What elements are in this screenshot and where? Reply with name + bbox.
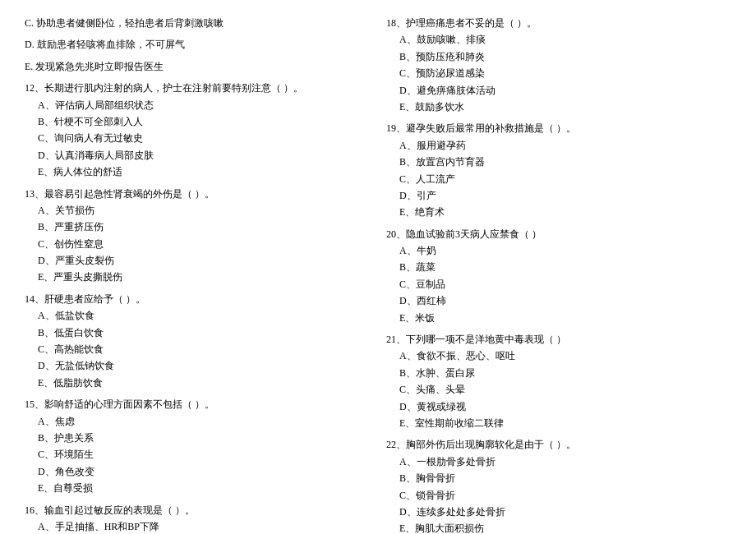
question-option: B、针梗不可全部刺入人	[25, 113, 370, 130]
question-option: D、引产	[386, 187, 731, 204]
question-block: C. 协助患者健侧卧位，轻拍患者后背刺激咳嗽	[25, 15, 370, 31]
question-option: B、护患关系	[25, 430, 370, 446]
question-option: D、连续多处处多处骨折	[386, 504, 731, 520]
question-option: D、西红柿	[386, 292, 731, 309]
question-option: C、创伤性窒息	[25, 236, 370, 252]
question-option: C、询问病人有无过敏史	[25, 130, 370, 146]
question-title: D. 鼓励患者轻咳将血排除，不可屏气	[25, 36, 370, 53]
question-title: 18、护理癌痛患者不妥的是（ ）。	[386, 15, 731, 31]
question-option: A、牛奶	[386, 242, 731, 259]
question-option: C、人工流产	[386, 171, 731, 187]
question-option: C、豆制品	[386, 276, 731, 292]
question-option: B、预防压疮和肺炎	[386, 48, 731, 65]
question-option: E、绝育术	[386, 204, 731, 220]
question-option: D、黄视或绿视	[386, 398, 731, 415]
question-option: C、锁骨骨折	[386, 487, 731, 504]
question-option: E、自尊受损	[25, 480, 370, 496]
question-block: 19、避孕失败后最常用的补救措施是（ ）。A、服用避孕药B、放置宫内节育器C、人…	[386, 120, 731, 220]
question-block: 20、隐血试验前3天病人应禁食（ ）A、牛奶B、蔬菜C、豆制品D、西红柿E、米饭	[386, 226, 731, 326]
left-column: C. 协助患者健侧卧位，轻拍患者后背刺激咳嗽D. 鼓励患者轻咳将血排除，不可屏气…	[25, 15, 378, 534]
question-option: A、手足抽搐、HR和BP下降	[25, 518, 370, 534]
right-column: 18、护理癌痛患者不妥的是（ ）。A、鼓励咳嗽、排痰B、预防压疮和肺炎C、预防泌…	[378, 15, 731, 534]
question-option: D、角色改变	[25, 463, 370, 480]
question-option: D、认真消毒病人局部皮肤	[25, 147, 370, 163]
question-title: 14、肝硬患者应给予（ ）。	[25, 291, 370, 307]
question-option: B、放置宫内节育器	[386, 154, 731, 170]
question-option: E、病人体位的舒适	[25, 163, 370, 180]
question-block: 14、肝硬患者应给予（ ）。A、低盐饮食B、低蛋白饮食C、高热能饮食D、无盐低钠…	[25, 291, 370, 391]
question-title: E. 发现紧急先兆时立即报告医生	[25, 58, 370, 75]
question-option: E、米饭	[386, 310, 731, 326]
question-option: A、关节损伤	[25, 202, 370, 219]
question-option: B、蔬菜	[386, 259, 731, 275]
question-title: 13、最容易引起急性肾衰竭的外伤是（ ）。	[25, 186, 370, 202]
question-block: 15、影响舒适的心理方面因素不包括（ ）。A、焦虑B、护患关系C、环境陌生D、角…	[25, 396, 370, 496]
question-title: 22、胸部外伤后出现胸廓软化是由于（ ）。	[386, 436, 731, 453]
question-option: E、胸肌大面积损伤	[386, 520, 731, 534]
question-block: 13、最容易引起急性肾衰竭的外伤是（ ）。A、关节损伤B、严重挤压伤C、创伤性窒…	[25, 186, 370, 286]
question-block: D. 鼓励患者轻咳将血排除，不可屏气	[25, 36, 370, 53]
question-option: A、焦虑	[25, 413, 370, 430]
question-option: E、低脂肪饮食	[25, 375, 370, 391]
question-option: C、预防泌尿道感染	[386, 65, 731, 81]
question-option: A、食欲不振、恶心、呕吐	[386, 348, 731, 364]
question-option: C、高热能饮食	[25, 341, 370, 357]
question-title: 21、下列哪一项不是洋地黄中毒表现（ ）	[386, 331, 731, 348]
question-option: B、低蛋白饮食	[25, 325, 370, 341]
question-block: 18、护理癌痛患者不妥的是（ ）。A、鼓励咳嗽、排痰B、预防压疮和肺炎C、预防泌…	[386, 15, 731, 115]
question-option: A、低盐饮食	[25, 307, 370, 324]
question-block: 12、长期进行肌内注射的病人，护士在注射前要特别注意（ ）。A、评估病人局部组织…	[25, 80, 370, 180]
question-option: C、头痛、头晕	[386, 381, 731, 398]
question-option: B、水肿、蛋白尿	[386, 365, 731, 381]
question-block: 16、输血引起过敏反应的表现是（ ）。A、手足抽搐、HR和BP下降B、四肢麻木、…	[25, 502, 370, 534]
page-content: C. 协助患者健侧卧位，轻拍患者后背刺激咳嗽D. 鼓励患者轻咳将血排除，不可屏气…	[25, 15, 731, 534]
question-option: B、胸骨骨折	[386, 470, 731, 486]
question-title: C. 协助患者健侧卧位，轻拍患者后背刺激咳嗽	[25, 15, 370, 31]
question-option: E、严重头皮撕脱伤	[25, 269, 370, 285]
question-title: 12、长期进行肌内注射的病人，护士在注射前要特别注意（ ）。	[25, 80, 370, 96]
question-option: B、严重挤压伤	[25, 219, 370, 235]
question-option: A、鼓励咳嗽、排痰	[386, 31, 731, 48]
question-option: D、避免痹痛肢体活动	[386, 82, 731, 99]
question-option: D、严重头皮裂伤	[25, 252, 370, 269]
question-block: 22、胸部外伤后出现胸廓软化是由于（ ）。A、一根肋骨多处骨折B、胸骨骨折C、锁…	[386, 436, 731, 534]
question-title: 20、隐血试验前3天病人应禁食（ ）	[386, 226, 731, 242]
question-block: E. 发现紧急先兆时立即报告医生	[25, 58, 370, 75]
question-option: C、环境陌生	[25, 446, 370, 463]
question-title: 16、输血引起过敏反应的表现是（ ）。	[25, 502, 370, 518]
question-title: 15、影响舒适的心理方面因素不包括（ ）。	[25, 396, 370, 412]
question-title: 19、避孕失败后最常用的补救措施是（ ）。	[386, 120, 731, 136]
question-option: E、鼓励多饮水	[386, 99, 731, 115]
question-block: 21、下列哪一项不是洋地黄中毒表现（ ）A、食欲不振、恶心、呕吐B、水肿、蛋白尿…	[386, 331, 731, 431]
question-option: E、室性期前收缩二联律	[386, 415, 731, 431]
question-option: A、服用避孕药	[386, 137, 731, 154]
question-option: A、评估病人局部组织状态	[25, 97, 370, 113]
question-option: A、一根肋骨多处骨折	[386, 453, 731, 470]
question-option: D、无盐低钠饮食	[25, 357, 370, 374]
